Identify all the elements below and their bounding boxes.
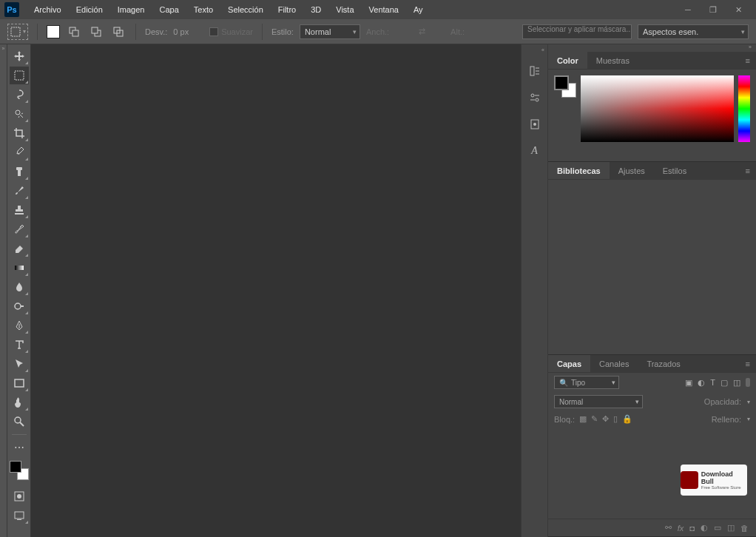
brush-tool[interactable] [10,182,29,200]
type-tool[interactable] [10,336,29,354]
svg-rect-17 [15,512,24,519]
layer-filter-select[interactable]: 🔍Tipo [554,376,619,389]
tab-capas[interactable]: Capas [548,355,590,372]
lock-image-icon[interactable]: ✎ [591,414,598,424]
eyedropper-tool[interactable] [10,143,29,161]
quick-mask-button[interactable] [10,487,29,505]
panel-menu-icon[interactable]: ≡ [740,359,756,368]
minimize-button[interactable]: ─ [681,4,695,15]
history-panel-icon[interactable] [524,61,545,81]
quick-select-tool[interactable] [10,105,29,123]
eraser-tool[interactable] [10,240,29,257]
lock-label: Bloq.: [554,415,575,424]
intersect-selection-icon[interactable] [110,24,126,40]
menu-capa[interactable]: Capa [152,2,186,17]
select-and-mask-button[interactable]: Seleccionar y aplicar máscara... [522,24,632,39]
panel-menu-icon[interactable]: ≡ [740,166,756,175]
chevron-down-icon[interactable]: ▾ [747,399,750,405]
pen-tool[interactable] [10,317,29,334]
glyphs-panel-icon[interactable]: A [524,141,545,161]
menu-ayuda[interactable]: Ay [406,2,431,17]
tab-ajustes[interactable]: Ajustes [610,162,654,179]
new-group-icon[interactable]: ▭ [714,523,721,533]
lock-all-icon[interactable]: 🔒 [622,414,632,424]
gradient-tool[interactable] [10,259,29,277]
workspace-select[interactable]: Aspectos esen. [638,24,749,39]
tab-canales[interactable]: Canales [590,355,638,372]
lock-position-icon[interactable]: ✥ [602,414,609,424]
menu-filtro[interactable]: Filtro [271,2,303,17]
marquee-tool[interactable] [10,67,29,84]
style-select[interactable]: Normal [300,24,360,39]
svg-point-16 [17,494,21,499]
crop-tool[interactable] [10,124,29,142]
new-adjustment-icon[interactable]: ◐ [701,523,708,533]
edit-toolbar-button[interactable]: ⋯ [10,439,29,456]
rectangle-tool[interactable] [10,374,29,392]
height-label: Alt.: [450,27,465,36]
new-layer-icon[interactable]: ◫ [727,523,735,533]
device-preview-icon[interactable] [524,114,545,135]
collapse-panels-icon[interactable]: » [548,44,756,52]
history-brush-tool[interactable] [10,220,29,238]
blend-mode-select[interactable]: Normal [554,395,643,408]
svg-rect-19 [530,67,534,75]
delete-layer-icon[interactable]: 🗑 [740,524,749,533]
properties-panel-icon[interactable] [524,87,545,108]
menu-ventana[interactable]: Ventana [362,2,406,17]
tab-swatches[interactable]: Muestras [587,52,638,69]
filter-smart-icon[interactable]: ◫ [733,378,740,388]
blur-tool[interactable] [10,278,29,296]
lock-artboard-icon[interactable]: ▯ [613,414,618,424]
lock-transparency-icon[interactable]: ▩ [579,414,587,424]
layer-fx-icon[interactable]: fx [678,524,684,533]
filter-shape-icon[interactable]: ▢ [720,378,728,388]
tab-estilos[interactable]: Estilos [654,162,695,179]
menu-3d[interactable]: 3D [303,2,328,17]
menu-edicion[interactable]: Edición [69,2,110,17]
zoom-tool[interactable] [10,413,29,430]
watermark: Download Bull Free Software Store [681,465,747,496]
link-layers-icon[interactable]: ⚯ [665,523,672,533]
panel-foreground-swatch[interactable] [554,75,569,90]
path-select-tool[interactable] [10,355,29,373]
menu-imagen[interactable]: Imagen [110,2,152,17]
color-swatches[interactable] [10,461,29,480]
panel-menu-icon[interactable]: ≡ [740,56,756,65]
new-selection-icon[interactable] [47,25,60,38]
color-spectrum[interactable] [581,75,734,142]
tab-bibliotecas[interactable]: Bibliotecas [548,162,610,179]
chevron-down-icon: ▾ [23,28,26,35]
menu-archivo[interactable]: Archivo [27,2,69,17]
dodge-tool[interactable] [10,297,29,315]
tab-trazados[interactable]: Trazados [638,355,689,372]
layer-mask-icon[interactable]: ◘ [689,524,695,533]
current-tool-indicator[interactable]: ▾ [7,24,28,40]
hue-slider[interactable] [738,75,750,142]
filter-toggle-icon[interactable] [746,378,750,387]
foreground-swatch[interactable] [10,461,21,473]
menu-vista[interactable]: Vista [328,2,361,17]
chevron-down-icon[interactable]: ▾ [747,416,750,422]
feather-value[interactable]: 0 px [173,27,189,36]
lasso-tool[interactable] [10,86,29,104]
menu-seleccion[interactable]: Selección [220,2,271,17]
move-tool[interactable] [10,47,29,65]
healing-brush-tool[interactable] [10,163,29,180]
screen-mode-button[interactable] [10,507,29,524]
close-button[interactable]: ✕ [731,4,746,15]
subtract-selection-icon[interactable] [88,24,104,40]
stamp-tool[interactable] [10,201,29,219]
tab-color[interactable]: Color [548,52,587,69]
canvas-area[interactable] [31,44,521,537]
filter-pixel-icon[interactable]: ▣ [685,378,692,388]
menu-texto[interactable]: Texto [186,2,220,17]
hand-tool[interactable] [10,394,29,411]
collapse-icon[interactable]: « [541,47,547,55]
expand-tools-strip[interactable]: » [0,44,7,537]
maximize-button[interactable]: ❐ [706,4,720,15]
panel-color-swatches[interactable] [554,75,576,98]
filter-adjust-icon[interactable]: ◐ [698,378,705,388]
add-to-selection-icon[interactable] [66,24,82,40]
filter-type-icon[interactable]: T [710,378,715,388]
